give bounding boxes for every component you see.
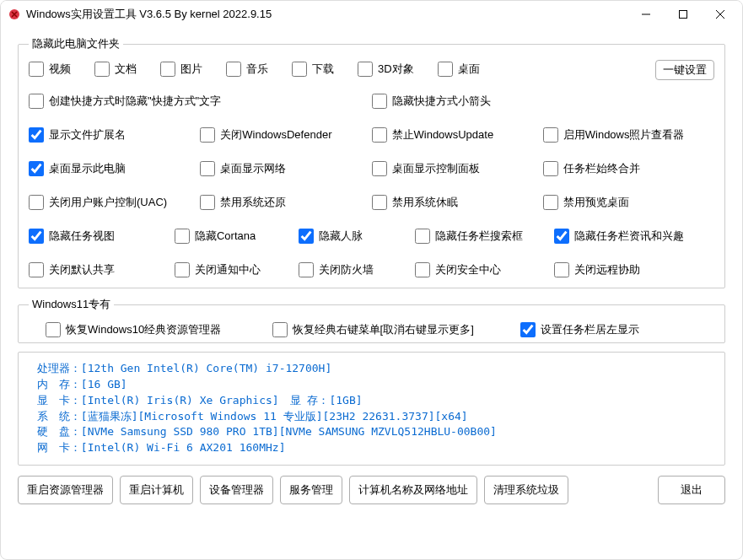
cb-disable-preview[interactable]: 禁用预览桌面: [543, 193, 708, 212]
cb-close-remote[interactable]: 关闭远程协助: [554, 261, 708, 279]
cb-video[interactable]: 视频: [29, 60, 71, 78]
cb-docs[interactable]: 文档: [94, 60, 137, 78]
group-win11: Windows11专有 恢复Windows10经典资源管理器 恢复经典右键菜单[…: [18, 297, 725, 343]
cb-restore-context[interactable]: 恢复经典右键菜单[取消右键显示更多]: [272, 320, 514, 339]
cpu-label: 处理器：: [30, 362, 81, 374]
mem-label: 内 存：: [30, 378, 81, 390]
disk-label: 硬 盘：: [30, 425, 81, 438]
cb-hide-people[interactable]: 隐藏人脉: [299, 227, 408, 245]
cb-hide-news[interactable]: 隐藏任务栏资讯和兴趣: [554, 227, 708, 245]
maximize-button[interactable]: [665, 2, 702, 27]
cb-desktop[interactable]: 桌面: [438, 60, 480, 78]
netname-button[interactable]: 计算机名称及网络地址: [349, 476, 477, 504]
services-button[interactable]: 服务管理: [280, 476, 342, 504]
cb-close-defender[interactable]: 关闭WindowsDefender: [200, 126, 364, 144]
cb-taskbar-merge[interactable]: 任务栏始终合并: [543, 159, 708, 178]
restart-explorer-button[interactable]: 重启资源管理器: [18, 476, 113, 504]
cb-close-uac[interactable]: 关闭用户账户控制(UAC): [29, 193, 193, 212]
cb-show-ext[interactable]: 显示文件扩展名: [29, 126, 193, 144]
cb-ban-update[interactable]: 禁止WindowsUpdate: [372, 126, 536, 144]
os-value: [蓝猫果冻][Microsoft Windows 11 专业版][23H2 22…: [81, 410, 468, 423]
cb-music[interactable]: 音乐: [226, 60, 268, 78]
cb-show-network[interactable]: 桌面显示网络: [200, 159, 364, 178]
devmgr-button[interactable]: 设备管理器: [200, 476, 273, 504]
group-folders: 隐藏此电脑文件夹 一键设置 视频 文档 图片 音乐 下载 3D对象 桌面 创建快…: [18, 36, 725, 288]
cb-hide-cortana[interactable]: 隐藏Cortana: [175, 227, 292, 245]
cb-disable-hibernate[interactable]: 禁用系统休眠: [372, 193, 536, 212]
cb-hide-taskbar-search[interactable]: 隐藏任务栏搜索框: [415, 227, 546, 245]
cb-downloads[interactable]: 下载: [292, 60, 334, 78]
close-button[interactable]: [702, 2, 739, 27]
cb-pics[interactable]: 图片: [160, 60, 202, 78]
onekey-button[interactable]: 一键设置: [655, 60, 714, 80]
disk-value: [NVMe Samsung SSD 980 PRO 1TB][NVMe SAMS…: [81, 425, 497, 438]
cb-close-default-share[interactable]: 关闭默认共享: [29, 261, 168, 279]
cpu-value: [12th Gen Intel(R) Core(TM) i7-12700H]: [81, 362, 331, 374]
net-label: 网 卡：: [30, 441, 81, 454]
group-win11-legend: Windows11专有: [29, 297, 114, 312]
cb-taskbar-left[interactable]: 设置任务栏居左显示: [520, 320, 708, 339]
cb-close-firewall[interactable]: 关闭防火墙: [299, 261, 408, 279]
cb-restore-explorer[interactable]: 恢复Windows10经典资源管理器: [46, 320, 266, 339]
net-value: [Intel(R) Wi-Fi 6 AX201 160MHz]: [81, 441, 286, 454]
titlebar: Windows实用设置工具 V3.6.5 By kernel 2022.9.15: [1, 1, 742, 28]
cb-show-pc-desktop[interactable]: 桌面显示此电脑: [29, 159, 193, 178]
cb-close-notification[interactable]: 关闭通知中心: [175, 261, 292, 279]
mem-value: [16 GB]: [81, 378, 127, 390]
restart-pc-button[interactable]: 重启计算机: [120, 476, 193, 504]
cb-disable-restore[interactable]: 禁用系统还原: [200, 193, 364, 212]
sysinfo-panel: 处理器：[12th Gen Intel(R) Core(TM) i7-12700…: [18, 352, 725, 466]
cb-hide-taskview[interactable]: 隐藏任务视图: [29, 227, 168, 245]
gpu-label: 显 卡：: [30, 394, 81, 407]
cb-enable-photo[interactable]: 启用Windows照片查看器: [543, 126, 708, 144]
minimize-button[interactable]: [627, 2, 665, 27]
group-folders-legend: 隐藏此电脑文件夹: [29, 36, 123, 51]
window-title: Windows实用设置工具 V3.6.5 By kernel 2022.9.15: [26, 7, 627, 22]
cb-3dobj[interactable]: 3D对象: [358, 60, 414, 78]
exit-button[interactable]: 退出: [658, 476, 725, 504]
cb-show-controlpanel[interactable]: 桌面显示控制面板: [372, 159, 536, 178]
cb-hide-shortcut-arrow[interactable]: 隐藏快捷方式小箭头: [372, 92, 708, 110]
clean-button[interactable]: 清理系统垃圾: [484, 476, 568, 504]
svg-rect-2: [680, 11, 687, 19]
content: 隐藏此电脑文件夹 一键设置 视频 文档 图片 音乐 下载 3D对象 桌面 创建快…: [1, 28, 742, 511]
gpu-value: [Intel(R) Iris(R) Xe Graphics] 显 存：[1GB]: [81, 394, 363, 407]
os-label: 系 统：: [30, 410, 81, 423]
cb-hide-shortcut-text[interactable]: 创建快捷方式时隐藏"快捷方式"文字: [29, 92, 365, 110]
app-icon: [8, 8, 21, 21]
cb-close-security[interactable]: 关闭安全中心: [415, 261, 546, 279]
bottom-buttons: 重启资源管理器 重启计算机 设备管理器 服务管理 计算机名称及网络地址 清理系统…: [18, 476, 725, 504]
